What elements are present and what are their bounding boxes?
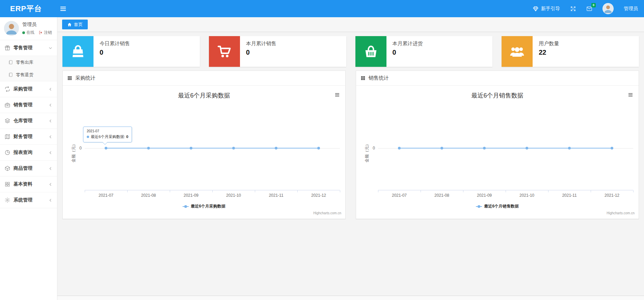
sidebar-item-purchase[interactable]: 采购管理 [0,81,57,97]
sidebar-item-system[interactable]: 系统管理 [0,192,57,208]
sidebar-item-retail-out[interactable]: 零售出库 [0,56,57,69]
series-point[interactable] [611,147,613,149]
series-point[interactable] [190,147,192,149]
stat-card-body: 本月累计进货0 [386,36,423,67]
sidebar-menu: 零售管理零售出库零售退货采购管理销售管理仓库管理财务管理报表查询商品管理基本资料… [0,40,57,208]
sidebar-item-label: 销售管理 [14,102,32,108]
app-brand: ERP平台 [10,4,42,14]
stat-card-body: 用户数量22 [533,36,559,67]
sidebar: 管理员 在线 注销 零售管理零售出库零售退货采购管理销售管理仓库管理财务管理报表… [0,17,57,300]
tab-home[interactable]: 首页 [62,20,88,29]
gear-icon [4,197,10,203]
layers-icon [4,118,10,124]
x-axis-label: 2021-09 [177,193,205,198]
messages-button[interactable]: 0 [586,6,592,12]
chart-purchase-stats: 最近6个月采购数据金额（元）02021-072021-082021-092021… [63,86,345,219]
grid-icon [4,181,10,187]
stat-card-icon-box [62,36,93,67]
logout-button[interactable]: 注销 [38,30,52,35]
tab-bar: 首页 [57,17,644,32]
x-axis-tick [548,190,548,192]
stat-card-value: 22 [539,49,559,56]
sidebar-subitem-retail-out: 零售出库 [0,56,57,69]
sidebar-item-basic[interactable]: 基本资料 [0,176,57,192]
stat-card-label: 本月累计进货 [393,40,423,47]
legend-item[interactable]: 最近6个月销售数据 [476,203,519,209]
chart-context-menu-button[interactable] [333,91,341,99]
x-axis-label: 2021-12 [598,193,626,198]
sign-out-icon [38,30,43,35]
panel-purchase-stats: 采购统计最近6个月采购数据金额（元）02021-072021-082021-09… [62,71,346,219]
top-navbar: ERP平台 新手引导 0 管理员 [0,0,644,17]
x-axis-tick [378,190,378,192]
x-axis-tick [170,190,170,192]
cart-icon [217,44,232,59]
sidebar-item-report[interactable]: 报表查询 [0,145,57,160]
sidebar-item-label: 系统管理 [14,197,32,203]
th-grid-icon [67,76,72,81]
sidebar-item-label: 零售管理 [14,45,32,51]
panel-sales-stats: 销售统计最近6个月销售数据金额（元）02021-072021-082021-09… [356,71,639,219]
series-point[interactable] [440,147,443,149]
pie-chart-icon [4,149,10,156]
sidebar-item-retail-return[interactable]: 零售退货 [0,69,57,81]
chevron-left-icon [48,182,53,187]
x-axis-tick [421,190,421,192]
navbar-username: 管理员 [624,6,638,12]
sidebar-subitem-retail-return: 零售退货 [0,69,57,81]
sidebar-item-sales[interactable]: 销售管理 [0,97,57,113]
online-dot-icon [22,31,25,34]
sidebar-item-label: 采购管理 [14,86,32,92]
notebook-icon [8,72,13,77]
sidebar-item-goods[interactable]: 商品管理 [0,161,57,176]
sidebar-item-warehouse[interactable]: 仓库管理 [0,113,57,129]
chart-legend: 最近6个月采购数据 [63,203,345,209]
y-axis-tick-label: 0 [63,146,82,151]
online-label: 在线 [26,30,34,35]
stat-card-icon-box [209,36,240,67]
x-axis-tick [212,190,213,192]
sidebar-item-retail[interactable]: 零售管理 [0,40,57,56]
stat-card-value: 0 [393,49,423,56]
chevron-left-icon [48,119,53,123]
sidebar-toggle-icon[interactable] [59,5,67,12]
chart-context-menu-button[interactable] [626,91,635,99]
fullscreen-button[interactable] [570,6,576,12]
chevron-down-icon [48,46,53,50]
sidebar-section-report: 报表查询 [0,145,57,161]
highcharts-credit-link[interactable]: Highcharts.com.cn [313,211,341,215]
series-point[interactable] [105,147,107,149]
chevron-left-icon [48,103,53,107]
stat-card-label: 本月累计销售 [246,40,276,47]
y-axis-title: 金额（元） [364,142,370,162]
sidebar-user-meta: 管理员 在线 注销 [19,21,52,36]
briefcase-icon [4,102,10,108]
sidebar-item-finance[interactable]: 财务管理 [0,129,57,144]
th-grid-icon [360,76,366,81]
tooltip-arrow [102,142,108,144]
tooltip-date: 2021-07 [87,129,128,133]
sidebar-subitem-label: 零售退货 [16,72,33,78]
legend-item[interactable]: 最近6个月采购数据 [183,203,225,209]
series-point[interactable] [526,147,528,149]
series-point[interactable] [568,147,571,149]
chart-tooltip: 2021-07最近6个月采购数据: 0 [83,127,132,142]
guide-button[interactable]: 新手引导 [533,6,560,12]
legend-marker-icon [183,205,189,208]
stat-card-value: 0 [100,49,130,56]
highcharts-credit-link[interactable]: Highcharts.com.cn [607,211,635,215]
x-axis-label: 2021-08 [134,193,163,198]
stat-card-month-sales: 本月累计销售0 [209,36,346,67]
navbar-user-menu[interactable]: 管理员 [624,6,638,12]
sidebar-avatar [4,21,19,36]
series-point[interactable] [483,147,486,149]
series-point[interactable] [147,147,150,149]
stat-card-icon-box [355,36,386,67]
series-point[interactable] [317,147,320,149]
panel-header-purchase-stats: 采购统计 [63,71,345,86]
series-point[interactable] [398,147,401,149]
series-point[interactable] [275,147,277,149]
navbar-avatar[interactable] [602,3,614,14]
x-axis-tick [297,190,298,192]
series-point[interactable] [232,147,235,149]
